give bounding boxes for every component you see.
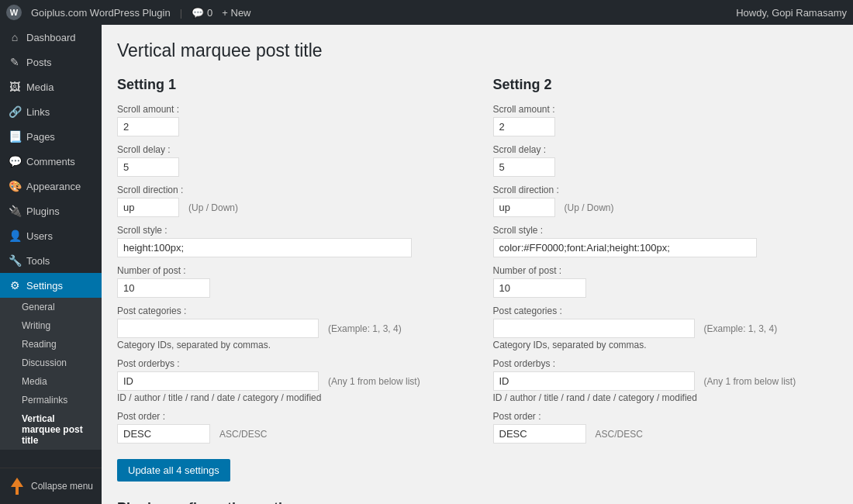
setting1-column: Setting 1 Scroll amount : Scroll delay :… <box>117 77 462 451</box>
setting1-num-post-row: Number of post : <box>117 265 462 298</box>
sidebar-item-media[interactable]: 🖼 Media <box>0 74 102 99</box>
comment-count[interactable]: 💬 0 <box>192 7 212 19</box>
setting2-num-post-input[interactable] <box>493 278 586 298</box>
howdy-text: Howdy, Gopi Ramasamy <box>736 7 847 19</box>
setting2-scroll-delay-row: Scroll delay : <box>493 144 838 177</box>
sidebar-item-posts[interactable]: ✎ Posts <box>0 50 102 74</box>
sidebar-item-tools[interactable]: 🔧 Tools <box>0 248 102 273</box>
new-button[interactable]: + New <box>222 7 250 19</box>
sidebar-label-appearance: Appearance <box>26 181 81 192</box>
page-title: Vertical marquee post title <box>117 40 837 61</box>
plugin-config-section: Plugin configuration option Drag and dro… <box>117 500 837 504</box>
setting1-scroll-style-input[interactable] <box>117 238 412 257</box>
setting2-post-categories-hint: (Example: 1, 3, 4) <box>704 323 778 334</box>
sidebar-item-comments[interactable]: 💬 Comments <box>0 149 102 174</box>
setting2-scroll-style-input[interactable] <box>493 238 757 257</box>
setting1-scroll-direction-hint: (Up / Down) <box>188 202 238 213</box>
sidebar-label-dashboard: Dashboard <box>26 32 76 43</box>
comment-icon: 💬 <box>192 7 204 19</box>
setting1-num-post-label: Number of post : <box>117 265 462 276</box>
setting1-scroll-direction-row: Scroll direction : (Up / Down) <box>117 185 462 217</box>
submenu-writing[interactable]: Writing <box>0 316 102 335</box>
users-icon: 👤 <box>8 229 22 243</box>
setting2-scroll-style-label: Scroll style : <box>493 225 838 236</box>
setting2-scroll-direction-row: Scroll direction : (Up / Down) <box>493 185 838 217</box>
setting2-post-categories-label: Post categories : <box>493 306 838 316</box>
setting2-post-orderby-row: Post orderbys : (Any 1 from below list) … <box>493 358 838 403</box>
setting2-post-orderby-input[interactable] <box>493 371 695 391</box>
setting1-post-order-input[interactable] <box>117 424 210 444</box>
site-name: Goiplus.com WordPress Plugin <box>31 7 171 19</box>
settings-submenu: General Writing Reading Discussion Media… <box>0 298 102 450</box>
comments-icon: 💬 <box>8 154 22 168</box>
setting2-post-categories-input[interactable] <box>493 319 695 338</box>
setting1-scroll-amount-label: Scroll amount : <box>117 104 462 115</box>
setting2-heading: Setting 2 <box>493 77 838 93</box>
sidebar-label-comments: Comments <box>26 156 75 167</box>
submenu-permalinks[interactable]: Permalinks <box>0 391 102 409</box>
plugins-icon: 🔌 <box>8 204 22 218</box>
collapse-menu-button[interactable]: Collapse menu <box>0 468 102 504</box>
setting1-post-orderby-label: Post orderbys : <box>117 358 462 369</box>
setting2-post-order-label: Post order : <box>493 411 838 422</box>
sidebar: ⌂ Dashboard ✎ Posts 🖼 Media 🔗 Links 📃 Pa… <box>0 25 102 504</box>
submenu-reading[interactable]: Reading <box>0 335 102 354</box>
setting2-scroll-direction-hint: (Up / Down) <box>565 202 614 213</box>
media-icon: 🖼 <box>8 80 22 94</box>
setting1-num-post-input[interactable] <box>117 278 210 298</box>
setting2-scroll-amount-input[interactable] <box>493 117 555 136</box>
main-content: Vertical marquee post title Setting 1 Sc… <box>102 25 853 504</box>
sidebar-label-links: Links <box>26 106 50 118</box>
setting1-post-orderby-input[interactable] <box>117 371 319 391</box>
setting2-num-post-label: Number of post : <box>493 265 838 276</box>
settings-container: Setting 1 Scroll amount : Scroll delay :… <box>117 77 837 451</box>
sidebar-item-settings[interactable]: ⚙ Settings <box>0 273 102 298</box>
sidebar-item-dashboard[interactable]: ⌂ Dashboard <box>0 25 102 50</box>
setting1-scroll-delay-input[interactable] <box>117 157 179 177</box>
setting1-post-orderby-hint: (Any 1 from below list) <box>328 376 420 387</box>
setting1-scroll-style-row: Scroll style : <box>117 225 462 257</box>
submenu-media[interactable]: Media <box>0 372 102 391</box>
setting2-post-categories-row: Post categories : (Example: 1, 3, 4) Cat… <box>493 306 838 350</box>
setting2-scroll-style-row: Scroll style : <box>493 225 838 257</box>
collapse-label: Collapse menu <box>31 481 93 492</box>
setting1-scroll-style-label: Scroll style : <box>117 225 462 236</box>
sidebar-item-plugins[interactable]: 🔌 Plugins <box>0 198 102 223</box>
sidebar-label-plugins: Plugins <box>26 205 60 217</box>
sidebar-item-links[interactable]: 🔗 Links <box>0 99 102 124</box>
submenu-vertical-marquee[interactable]: Vertical marquee post title <box>0 409 102 450</box>
svg-marker-0 <box>11 478 23 495</box>
sidebar-label-settings: Settings <box>26 280 63 292</box>
setting1-scroll-amount-input[interactable] <box>117 117 179 136</box>
links-icon: 🔗 <box>8 105 22 119</box>
setting1-post-categories-input[interactable] <box>117 319 319 338</box>
sidebar-label-media: Media <box>26 81 54 93</box>
admin-bar: W Goiplus.com WordPress Plugin | 💬 0 + N… <box>0 0 853 25</box>
update-button[interactable]: Update all 4 settings <box>117 459 230 482</box>
setting2-column: Setting 2 Scroll amount : Scroll delay :… <box>493 77 838 451</box>
setting1-post-categories-hint: (Example: 1, 3, 4) <box>328 323 402 334</box>
setting2-scroll-amount-label: Scroll amount : <box>493 104 838 115</box>
wp-icon: W <box>6 5 22 20</box>
setting2-scroll-direction-input[interactable] <box>493 198 555 217</box>
setting1-post-categories-note: Category IDs, separated by commas. <box>117 340 462 350</box>
sidebar-item-appearance[interactable]: 🎨 Appearance <box>0 174 102 198</box>
submenu-general[interactable]: General <box>0 298 102 316</box>
setting2-post-orderby-label: Post orderbys : <box>493 358 838 369</box>
setting2-post-order-input[interactable] <box>493 424 586 444</box>
tools-icon: 🔧 <box>8 254 22 268</box>
setting2-post-categories-note: Category IDs, separated by commas. <box>493 340 838 350</box>
sidebar-label-tools: Tools <box>26 255 50 267</box>
sidebar-item-pages[interactable]: 📃 Pages <box>0 124 102 149</box>
setting2-scroll-delay-input[interactable] <box>493 157 555 177</box>
sidebar-item-users[interactable]: 👤 Users <box>0 223 102 248</box>
setting1-post-categories-label: Post categories : <box>117 306 462 316</box>
sidebar-label-users: Users <box>26 230 53 242</box>
setting1-scroll-direction-input[interactable] <box>117 198 179 217</box>
setting1-post-categories-row: Post categories : (Example: 1, 3, 4) Cat… <box>117 306 462 350</box>
setting1-scroll-direction-label: Scroll direction : <box>117 185 462 195</box>
sidebar-label-pages: Pages <box>26 131 55 143</box>
setting1-scroll-delay-label: Scroll delay : <box>117 144 462 155</box>
submenu-discussion[interactable]: Discussion <box>0 354 102 372</box>
setting1-scroll-amount-row: Scroll amount : <box>117 104 462 136</box>
